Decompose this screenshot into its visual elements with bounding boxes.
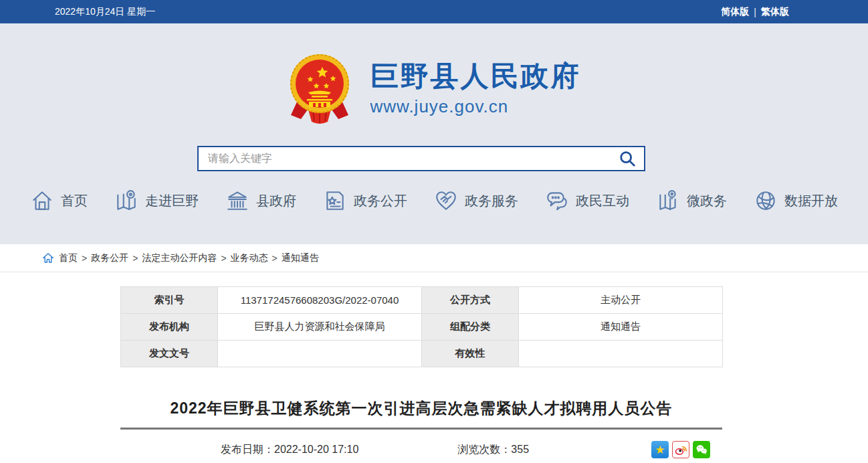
article-page: 索引号 11371724576608203G/2022-07040 公开方式 主… — [0, 286, 868, 458]
search-button[interactable] — [611, 147, 644, 170]
breadcrumb-item-disclosure[interactable]: 政务公开 — [91, 252, 128, 264]
nav-item-county-government[interactable]: 县政府 — [225, 189, 296, 213]
article-meta: 发布日期：2022-10-20 17:10 浏览次数：355 ★ — [120, 441, 722, 458]
globe-icon — [754, 189, 778, 213]
qzone-share-icon[interactable]: ★ — [651, 441, 669, 458]
language-switcher: 简体版 | 繁体版 — [721, 6, 789, 18]
nav-label: 政务公开 — [354, 192, 407, 210]
category-value: 通知通告 — [519, 314, 723, 341]
simplified-chinese-link[interactable]: 简体版 — [721, 6, 749, 18]
category-label: 组配分类 — [422, 314, 519, 341]
nav-item-about-juye[interactable]: 走进巨野 — [114, 189, 199, 213]
view-count: 浏览次数：355 — [457, 443, 529, 457]
disclosure-method-label: 公开方式 — [422, 287, 519, 314]
top-bar: 2022年10月24日 星期一 简体版 | 繁体版 — [0, 0, 868, 23]
breadcrumb-separator: > — [221, 253, 226, 264]
index-number-value: 11371724576608203G/2022-07040 — [218, 287, 422, 314]
handshake-heart-icon — [434, 189, 458, 213]
nav-label: 数据开放 — [784, 192, 838, 210]
document-number-label: 发文文号 — [121, 341, 218, 367]
main-navigation: 首页 走进巨野 县政府 政务公开 — [30, 189, 838, 213]
map-pin-icon — [114, 189, 138, 213]
site-header: 巨野县人民政府 www.juye.gov.cn 首页 走进巨野 — [0, 23, 868, 244]
issuing-agency-label: 发布机构 — [121, 314, 218, 341]
government-building-icon — [225, 189, 249, 213]
nav-label: 走进巨野 — [145, 192, 199, 210]
traditional-chinese-link[interactable]: 繁体版 — [761, 6, 789, 18]
disclosure-method-value: 主动公开 — [519, 287, 723, 314]
document-star-icon — [323, 189, 347, 213]
breadcrumb-item-home[interactable]: 首页 — [59, 252, 78, 264]
breadcrumb: 首页 > 政务公开 > 法定主动公开内容 > 业务动态 > 通知通告 — [0, 244, 868, 272]
nav-item-micro-government[interactable]: 微政务 — [656, 189, 727, 213]
view-count-label: 浏览次数： — [457, 444, 511, 455]
publish-date: 发布日期：2022-10-20 17:10 — [221, 443, 358, 457]
table-row: 发布机构 巨野县人力资源和社会保障局 组配分类 通知通告 — [121, 314, 723, 341]
nav-item-government-affairs-disclosure[interactable]: 政务公开 — [323, 189, 407, 213]
publish-date-value: 2022-10-20 17:10 — [274, 444, 358, 455]
view-count-value: 355 — [511, 444, 529, 455]
publish-date-label: 发布日期： — [221, 444, 274, 455]
nav-item-government-services[interactable]: 政务服务 — [434, 189, 518, 213]
breadcrumb-item-statutory-content[interactable]: 法定主动公开内容 — [142, 252, 217, 264]
nav-label: 首页 — [61, 192, 88, 210]
breadcrumb-separator: > — [132, 253, 138, 264]
site-url: www.juye.gov.cn — [370, 96, 581, 117]
national-emblem-icon — [288, 52, 352, 126]
search-icon — [619, 150, 636, 167]
breadcrumb-item-notices[interactable]: 通知通告 — [282, 252, 319, 264]
issuing-agency-value: 巨野县人力资源和社会保障局 — [218, 314, 422, 341]
chat-bubbles-icon — [545, 189, 569, 213]
validity-label: 有效性 — [422, 341, 519, 367]
share-buttons: ★ — [651, 441, 710, 458]
document-number-value — [218, 341, 422, 367]
table-row: 发文文号 有效性 — [121, 341, 723, 367]
current-date: 2022年10月24日 星期一 — [55, 6, 155, 18]
nav-label: 县政府 — [256, 192, 296, 210]
nav-label: 政民互动 — [576, 192, 629, 210]
nav-label: 微政务 — [687, 192, 727, 210]
nav-label: 政务服务 — [465, 192, 518, 210]
title-divider — [120, 428, 722, 430]
validity-value — [519, 341, 723, 367]
breadcrumb-separator: > — [82, 253, 87, 264]
breadcrumb-item-business-updates[interactable]: 业务动态 — [231, 252, 268, 264]
article-title: 2022年巨野县卫健系统第一次引进高层次急需紧缺人才拟聘用人员公告 — [120, 398, 722, 419]
search-input[interactable] — [199, 147, 611, 170]
home-icon — [30, 189, 54, 213]
site-logo[interactable]: 巨野县人民政府 www.juye.gov.cn — [0, 52, 868, 126]
nav-item-open-data[interactable]: 数据开放 — [754, 189, 838, 213]
site-identity: 巨野县人民政府 www.juye.gov.cn — [370, 61, 581, 116]
breadcrumb-home-icon[interactable] — [43, 253, 53, 264]
wechat-share-icon[interactable] — [693, 441, 710, 458]
language-separator: | — [754, 7, 756, 17]
search-bar — [197, 146, 645, 171]
table-row: 索引号 11371724576608203G/2022-07040 公开方式 主… — [121, 287, 723, 314]
index-number-label: 索引号 — [121, 287, 218, 314]
mobile-map-icon — [656, 189, 680, 213]
nav-item-public-interaction[interactable]: 政民互动 — [545, 189, 629, 213]
document-info-table: 索引号 11371724576608203G/2022-07040 公开方式 主… — [120, 286, 723, 367]
site-title: 巨野县人民政府 — [370, 61, 581, 92]
nav-item-home[interactable]: 首页 — [30, 189, 88, 213]
weibo-share-icon[interactable] — [672, 441, 689, 458]
breadcrumb-separator: > — [272, 253, 278, 264]
